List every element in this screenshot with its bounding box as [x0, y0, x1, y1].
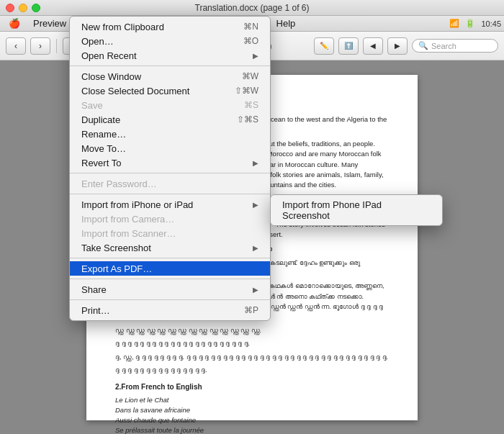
doc-french-3: Aussi chaude que fontaine [115, 415, 389, 425]
window-title: Translation.docx (page 1 of 6) [195, 3, 310, 13]
doc-french-4: Se prélassait toute la journée [115, 425, 389, 434]
arrow-open-recent: ▶ [253, 52, 258, 60]
arrow-import-iphone: ▶ [253, 201, 258, 209]
toolbar-separator-1 [56, 39, 57, 53]
submenu-import-screenshot[interactable]: Import from Phone IPad Screenshot [271, 198, 442, 222]
doc-french-1: Le Lion et le Chat [115, 395, 389, 405]
menu-import-iphone[interactable]: Import from iPhone or iPad ▶ Import from… [70, 197, 270, 212]
menu-open-recent[interactable]: Open Recent ▶ [70, 48, 270, 63]
menu-bar-right: 📶 🔋 10:45 [449, 19, 501, 28]
arrow-share: ▶ [253, 286, 258, 294]
file-menu-dropdown: New from Clipboard ⌘N Open… ⌘O Open Rece… [69, 16, 271, 321]
nav-forward-button[interactable]: › [30, 37, 50, 55]
sep-5 [70, 279, 270, 279]
menu-new-clipboard[interactable]: New from Clipboard ⌘N [70, 19, 270, 34]
shortcut-open: ⌘O [243, 36, 258, 46]
menu-rename[interactable]: Rename… [70, 127, 270, 141]
shortcut-print: ⌘P [244, 305, 258, 315]
sep-6 [70, 299, 270, 300]
shortcut-save: ⌘S [244, 100, 258, 110]
menu-share[interactable]: Share ▶ [70, 282, 270, 297]
search-box[interactable]: 🔍 Search [412, 39, 498, 53]
wifi-icon: 📶 [449, 19, 459, 28]
share-button[interactable]: ⬆️ [338, 37, 359, 55]
menu-take-screenshot[interactable]: Take Screenshot ▶ [70, 240, 270, 255]
import-submenu: Import from Phone IPad Screenshot [270, 194, 443, 226]
search-icon: 🔍 [418, 41, 428, 50]
menu-close-window[interactable]: Close Window ⌘W [70, 69, 270, 83]
menu-preview[interactable]: Preview [27, 17, 72, 30]
close-button[interactable] [6, 4, 14, 12]
menu-duplicate[interactable]: Duplicate ⇧⌘S [70, 112, 270, 127]
arrow-revert: ▶ [253, 159, 258, 167]
shortcut-duplicate: ⇧⌘S [237, 114, 258, 125]
doc-para-malayalam-3: ഡ്ഡ ഡ്ഡ ഡ്ഡ ഡ്ഡ ഡ്ഡ ഡ്ഡ ഡ്ഡ ഡ്ഡ ഡ്ഡ ഡ്ഡ … [115, 325, 389, 335]
edit-button[interactable]: ✏️ [314, 37, 334, 55]
menu-import-scanner: Import from Scanner… [70, 226, 270, 240]
menu-print[interactable]: Print… ⌘P [70, 303, 270, 317]
menu-export-pdf[interactable]: Export As PDF… [70, 261, 270, 276]
doc-section-french: 2.From French to English [115, 381, 389, 392]
arrow-screenshot: ▶ [253, 244, 258, 252]
nav-back-button[interactable]: ‹ [6, 37, 26, 55]
nav-prev-page[interactable]: ◀ [363, 37, 383, 55]
doc-para-malayalam-5: ദ്ദ, ഡ്ഡ, ദ്ദ ദ്ദ ദ്ദ ദ്ദ ദ്ദ ദ്ദ ദ്ദ ദ്… [115, 352, 389, 362]
menu-enter-password: Enter Password… [70, 176, 270, 191]
traffic-lights [6, 4, 40, 12]
apple-menu[interactable]: 🍎 [3, 17, 26, 30]
search-placeholder: Search [431, 42, 456, 50]
battery-icon: 🔋 [465, 19, 475, 28]
nav-next-page[interactable]: ▶ [387, 37, 408, 55]
sep-1 [70, 65, 270, 66]
title-bar: Translation.docx (page 1 of 6) [0, 0, 504, 16]
doc-para-malayalam-6: ദ്ദ ദ്ദ ദ്ദ ദ്ദ ദ്ദ ദ്ദ ദ്ദ ദ്ദ ദ്ദ ദ്ദ … [115, 365, 389, 375]
doc-para-malayalam-4: ദ്ദ ദ്ദ ദ്ദ ദ്ദ ദ്ദ ദ്ദ ദ്ദ ദ്ദ ദ്ദ ദ്ദ … [115, 338, 389, 348]
menu-save: Save ⌘S [70, 98, 270, 112]
minimize-button[interactable] [19, 4, 27, 12]
menu-help[interactable]: Help [271, 17, 302, 30]
sep-4 [70, 258, 270, 258]
sep-2 [70, 173, 270, 173]
doc-french-2: Dans la savane africaine [115, 405, 389, 415]
menu-revert-to[interactable]: Revert To ▶ [70, 155, 270, 170]
clock: 10:45 [481, 19, 501, 28]
maximize-button[interactable] [32, 4, 40, 12]
menu-move-to[interactable]: Move To… [70, 141, 270, 155]
menu-close-selected[interactable]: Close Selected Document ⇧⌘W [70, 83, 270, 98]
shortcut-new: ⌘N [243, 22, 258, 32]
shortcut-close-selected: ⇧⌘W [235, 86, 258, 96]
menu-import-camera: Import from Camera… [70, 212, 270, 226]
sep-3 [70, 194, 270, 194]
shortcut-close: ⌘W [242, 71, 258, 81]
menu-open[interactable]: Open… ⌘O [70, 34, 270, 48]
